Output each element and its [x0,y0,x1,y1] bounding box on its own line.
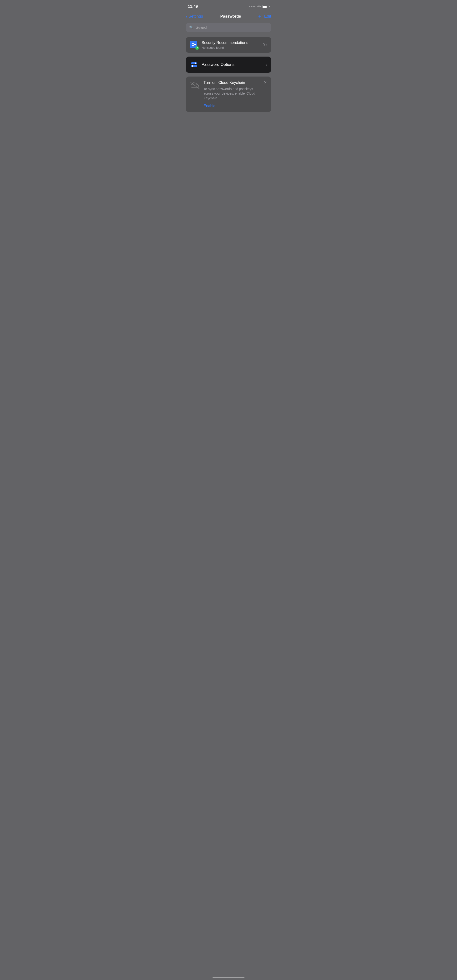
search-container: 🔍 Search [182,23,275,32]
back-button[interactable]: ‹ Settings [186,14,203,19]
page-title: Passwords [220,14,241,19]
security-subtitle: No issues found [201,46,259,49]
svg-point-7 [192,65,193,67]
security-section: ✓ Security Recommendations No issues fou… [186,37,271,53]
icloud-keychain-description: To sync passwords and passkeys across yo… [203,87,262,101]
chevron-right-icon: › [266,43,267,47]
wifi-icon [257,5,261,8]
status-time: 11:49 [188,4,198,9]
password-options-chevron-icon: › [266,62,267,67]
edit-button[interactable]: Edit [264,14,271,19]
security-count-row: 0 › [262,43,267,47]
signal-icon [249,6,256,7]
search-icon: 🔍 [189,25,194,30]
password-options-label: Password Options [201,62,263,67]
toggles-icon [190,61,198,68]
icloud-keychain-card: ✕ Turn on iCloud Keychain To sync passwo… [186,76,271,112]
status-icons [249,5,269,8]
security-title: Security Recommendations [201,40,259,45]
check-icon: ✓ [197,47,198,49]
key-icon [191,42,196,47]
back-chevron-icon: ‹ [186,14,187,19]
password-options-row[interactable]: Password Options › [186,57,271,73]
icloud-text: Turn on iCloud Keychain To sync password… [203,80,267,108]
back-label[interactable]: Settings [189,14,203,19]
search-bar[interactable]: 🔍 Search [186,23,271,32]
security-count: 0 [262,43,265,47]
icloud-content: Turn on iCloud Keychain To sync password… [190,80,267,108]
security-text: Security Recommendations No issues found [201,40,259,49]
battery-icon [262,5,269,8]
status-bar: 11:49 [182,0,275,12]
nav-bar: ‹ Settings Passwords + Edit [182,12,275,21]
security-icon-wrap: ✓ [190,41,198,49]
svg-point-5 [195,62,196,64]
add-button[interactable]: + [258,14,261,19]
icloud-keychain-title: Turn on iCloud Keychain [203,80,262,85]
security-badge: ✓ [195,46,199,50]
password-options-section: Password Options › [186,57,271,73]
password-options-icon [190,60,198,69]
security-recommendations-card[interactable]: ✓ Security Recommendations No issues fou… [186,37,271,53]
nav-actions: + Edit [258,14,271,19]
cloud-off-icon [190,81,200,90]
enable-button[interactable]: Enable [203,104,262,108]
security-recommendations-row[interactable]: ✓ Security Recommendations No issues fou… [186,37,271,53]
icloud-keychain-section: ✕ Turn on iCloud Keychain To sync passwo… [186,76,271,112]
icloud-icon-wrap [190,80,200,91]
search-placeholder: Search [196,25,209,30]
close-button[interactable]: ✕ [262,80,268,85]
